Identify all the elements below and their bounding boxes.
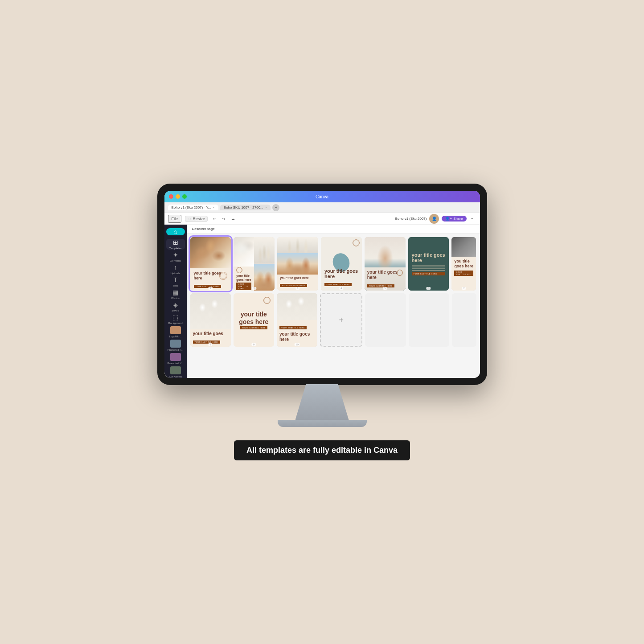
card-8-cotton (190, 293, 231, 329)
sidebar-item-ajit[interactable]: AJit Assets (166, 366, 185, 378)
banner-text: All templates are fully editable in Canv… (246, 446, 398, 455)
tab-close-icon[interactable]: × (213, 205, 215, 209)
undo-icon[interactable]: ↩ (211, 215, 218, 222)
card-7-subtitle: YOUR SUBTITLE H... (454, 271, 473, 276)
sidebar-label-styles: Styles (172, 309, 179, 312)
close-button[interactable] (169, 194, 173, 199)
templates-grid: your title goes here YOUR SUBTITLE HERE … (187, 234, 480, 378)
template-spacer-1 (365, 293, 406, 347)
card-2-desert (254, 264, 275, 291)
tab-boho-v1[interactable]: Boho v1 (Sku 2007) - Y... × (168, 205, 218, 210)
card-4-ornament (353, 239, 360, 246)
card-7-photo (451, 237, 476, 257)
template-spacer-3 (452, 293, 476, 347)
template-card-1[interactable]: your title goes here YOUR SUBTITLE HERE … (190, 237, 231, 291)
card-3-top (277, 237, 318, 253)
sidebar-label-text: Text (173, 284, 178, 287)
card-7-bottom: you title goes here YOUR SUBTITLE H... (451, 257, 476, 291)
toolbar-right: Boho v1 (Sku 2007) 👤 👤+ Share ⋯ (395, 214, 476, 224)
sidebar-item-text[interactable]: T Text (166, 276, 185, 287)
project-title: Boho v1 (Sku 2007) (395, 217, 427, 221)
card-1-photo (190, 237, 231, 268)
template-card-8[interactable]: your title goes YOUR SUBTITLE HERE 8 (190, 293, 231, 347)
card-8-title: your title goes (193, 331, 228, 336)
template-card-4[interactable]: your title goes here YOUR SUBTITLE HERE … (321, 237, 362, 291)
card-1-flowers (190, 237, 231, 268)
more-options-icon[interactable]: ⋯ (469, 215, 476, 222)
card-2-photo-rt (254, 237, 275, 263)
resize-button[interactable]: ↔ Resize (185, 216, 208, 222)
sidebar-label-ajit: AJit Assets (169, 375, 182, 378)
card-10-inner: YOUR SUBTITLE HERE your title goes here (277, 293, 317, 347)
share-icon: 👤+ (445, 217, 452, 221)
sidebar-item-background[interactable]: ⬚ Background (166, 314, 185, 324)
sidebar-item-styles[interactable]: ◈ Styles (166, 301, 185, 312)
monitor-base (278, 420, 367, 427)
card-1-page-number: 1 (209, 287, 213, 290)
tab-label-2: Boho SKU 1007 - 2700... (224, 205, 263, 209)
card-9-page-number: 9 (252, 343, 256, 346)
template-card-add[interactable]: + (320, 293, 362, 347)
share-button[interactable]: 👤+ Share (442, 216, 466, 222)
template-card-6[interactable]: your title goes here YOUR SUBTITLE HERE (408, 237, 449, 291)
card-4-bg: your title goes here YOUR SUBTITLE HERE (321, 237, 362, 291)
elements-icon: ✦ (173, 251, 178, 258)
sidebar-item-promoted1[interactable]: Promoted F... (166, 340, 185, 351)
home-icon: ⌂ (173, 228, 177, 235)
template-card-10[interactable]: YOUR SUBTITLE HERE your title goes here … (277, 293, 317, 347)
redo-icon[interactable]: ↪ (220, 215, 227, 222)
ornament-2 (236, 267, 242, 273)
save-icon[interactable]: ☁ (229, 215, 236, 222)
card-8-subtitle: YOUR SUBTITLE HERE (193, 340, 220, 344)
deselect-bar[interactable]: Deselect page (187, 225, 480, 234)
sidebar-item-elements[interactable]: ✦ Elements (166, 251, 185, 262)
card-2-left: your title goes here YOUR SUBTITLE HERE (234, 237, 254, 291)
bottom-banner: All templates are fully editable in Canv… (234, 440, 410, 460)
card-3-subtitle: YOUR SUBTITLE HERE (280, 284, 307, 287)
card-5-page-number: 5 (383, 287, 387, 290)
templates-row-2: your title goes YOUR SUBTITLE HERE 8 (190, 293, 476, 347)
sidebar-item-uploads[interactable]: ↑ Uploads (166, 264, 185, 275)
templates-icon: ⊞ (173, 239, 178, 246)
line-3 (412, 268, 446, 269)
sidebar-item-templates[interactable]: ⊞ Templates (166, 239, 185, 250)
add-page-icon: + (339, 316, 344, 325)
uploads-icon: ↑ (174, 264, 177, 271)
template-card-7[interactable]: you title goes here YOUR SUBTITLE H... 7 (451, 237, 476, 291)
card-9-content: your title goes here YOUR SUBTITLE HERE (234, 293, 274, 347)
minimize-button[interactable] (176, 194, 180, 199)
card-7-gray (451, 237, 476, 257)
card-8-photo (190, 293, 231, 329)
template-card-9[interactable]: your title goes here YOUR SUBTITLE HERE … (234, 293, 274, 347)
card-5-inner: your title goes here YOUR SUBTITLE HERE (365, 237, 406, 291)
card-10-photo (277, 293, 317, 320)
sidebar: ⌂ ⊞ Templates ✦ Elements ↑ Uploads (164, 225, 187, 378)
card-3-desert (277, 253, 318, 275)
card-10-cotton (277, 293, 317, 320)
card-3-pampas (277, 237, 318, 253)
card-3-mid (277, 253, 318, 275)
traffic-lights (169, 194, 187, 199)
maximize-button[interactable] (182, 194, 187, 199)
sidebar-item-promoted2[interactable]: Promoted Y... (166, 353, 185, 365)
card-2-photo-rb (254, 264, 275, 291)
card-3-page-number: 3 (295, 287, 299, 290)
tab-boho-sku[interactable]: Boho SKU 1007 - 2700... × (220, 205, 271, 210)
toolbar-actions: ↩ ↪ ☁ (211, 215, 236, 222)
sidebar-item-home[interactable]: ⌂ (166, 228, 185, 235)
tab-close-icon-2[interactable]: × (265, 205, 267, 209)
templates-row-1: your title goes here YOUR SUBTITLE HERE … (190, 237, 476, 291)
card-2-pampas (254, 237, 275, 263)
file-menu[interactable]: File (168, 215, 182, 223)
avatar[interactable]: 👤 (429, 214, 439, 224)
card-9-inner: your title goes here YOUR SUBTITLE HERE (234, 293, 274, 347)
styles-icon: ◈ (173, 301, 178, 308)
template-card-5[interactable]: your title goes here YOUR SUBTITLE HERE … (365, 237, 406, 291)
sidebar-item-logomaker[interactable]: LogoMkr... (166, 326, 185, 338)
sidebar-item-photos[interactable]: ▦ Photos (166, 289, 185, 299)
new-tab-button[interactable]: + (272, 204, 279, 211)
template-card-3[interactable]: your title goes here YOUR SUBTITLE HERE … (277, 237, 318, 291)
sidebar-label-background: Background (168, 322, 182, 324)
card-10-page-number: 10 (294, 343, 300, 346)
template-card-2[interactable]: your title goes here YOUR SUBTITLE HERE (234, 237, 275, 291)
